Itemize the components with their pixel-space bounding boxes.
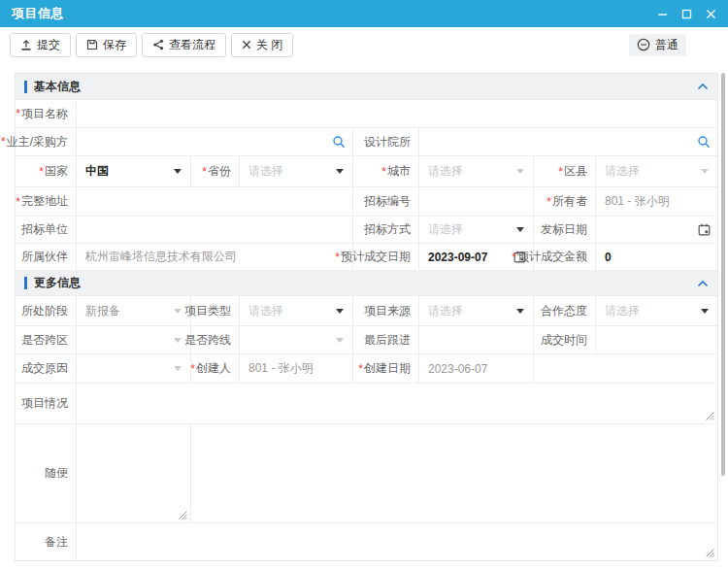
casual-textarea[interactable] xyxy=(76,424,190,522)
remarks-textarea[interactable] xyxy=(76,523,717,560)
project-source-select[interactable]: 请选择 xyxy=(418,296,533,325)
bid-method-select[interactable]: 请选择 xyxy=(418,217,533,243)
resize-grip-icon[interactable] xyxy=(706,412,714,420)
chevron-down-icon xyxy=(336,338,344,343)
field-label-bid-number: 招标编号 xyxy=(352,187,418,216)
window-title: 项目信息 xyxy=(12,5,64,22)
window-titlebar: 项目信息 xyxy=(0,0,728,27)
field-label-district: *区县 xyxy=(533,156,595,186)
view-flow-button[interactable]: 查看流程 xyxy=(142,33,226,57)
save-icon xyxy=(86,39,98,50)
create-date-value: 2023-06-07 xyxy=(418,354,533,383)
chevron-down-icon xyxy=(174,309,182,314)
chevron-down-icon xyxy=(174,338,182,343)
save-button[interactable]: 保存 xyxy=(76,33,137,57)
cross-region-select[interactable] xyxy=(76,326,190,353)
field-label-bid-unit: 招标单位 xyxy=(16,217,76,243)
bid-number-input[interactable] xyxy=(418,187,533,216)
field-label-design-institute: 设计院所 xyxy=(352,128,418,155)
close-icon xyxy=(242,40,251,50)
toolbar: 提交 保存 查看流程 关 闭 普通 xyxy=(0,27,728,62)
resize-grip-icon[interactable] xyxy=(706,549,714,557)
vertical-scrollbar[interactable] xyxy=(721,73,725,476)
chevron-down-icon xyxy=(174,366,182,371)
field-label-project-situation: 项目情况 xyxy=(16,384,76,423)
province-select[interactable]: 请选择 xyxy=(239,156,352,186)
chevron-down-icon xyxy=(174,169,182,174)
field-label-province: *省份 xyxy=(190,156,239,186)
field-label-casual: 随便 xyxy=(16,424,76,522)
field-label-cross-line: 是否跨线 xyxy=(190,326,239,353)
partner-value: 杭州雷峰塔信息技术有限公司 xyxy=(76,244,352,270)
chevron-down-icon xyxy=(336,309,344,314)
project-form: 基本信息 *项目名称 *业主/采购方 设计院所 *国家 中国 *省份 xyxy=(15,73,718,561)
chevron-down-icon xyxy=(336,169,344,174)
owner-purchaser-lookup[interactable] xyxy=(76,128,352,155)
chevron-up-icon[interactable] xyxy=(697,280,709,287)
expected-deal-amount-input[interactable]: 0 xyxy=(595,244,717,270)
field-label-remarks: 备注 xyxy=(16,523,76,560)
search-icon[interactable] xyxy=(697,135,711,149)
chevron-up-icon[interactable] xyxy=(697,83,709,90)
project-situation-textarea[interactable] xyxy=(76,384,717,423)
deal-reason-select[interactable] xyxy=(76,354,190,383)
search-icon[interactable] xyxy=(332,135,346,149)
stage-select[interactable]: 新报备 xyxy=(76,296,190,325)
submit-button[interactable]: 提交 xyxy=(10,33,71,57)
field-label-project-name: *项目名称 xyxy=(16,100,76,127)
field-label-expected-deal-date: *预计成交日期 xyxy=(352,244,418,270)
field-label-creator: *创建人 xyxy=(190,354,239,383)
field-label-owner: *所有者 xyxy=(533,187,595,216)
field-label-bid-method: 招标方式 xyxy=(352,217,418,243)
chevron-down-icon xyxy=(516,169,524,174)
field-label-project-source: 项目来源 xyxy=(352,296,418,325)
field-label-cooperation-attitude: 合作态度 xyxy=(533,296,595,325)
full-address-input[interactable] xyxy=(76,187,352,216)
maximize-icon[interactable] xyxy=(680,8,692,19)
section-accent-bar xyxy=(24,81,27,93)
section-header-basic: 基本信息 xyxy=(16,74,717,99)
minimize-icon[interactable] xyxy=(656,8,668,19)
empty-cell xyxy=(533,354,717,383)
close-window-icon[interactable] xyxy=(705,8,716,19)
resize-grip-icon[interactable] xyxy=(179,511,187,520)
chevron-down-icon xyxy=(701,169,709,174)
last-follow-up-value xyxy=(418,326,533,353)
field-label-last-follow-up: 最后跟进 xyxy=(352,326,418,353)
chevron-down-icon xyxy=(516,309,524,314)
district-select[interactable]: 请选择 xyxy=(595,156,717,186)
field-label-deal-reason: 成交原因 xyxy=(16,354,76,383)
cooperation-attitude-select[interactable]: 请选择 xyxy=(595,296,717,325)
chevron-down-icon xyxy=(701,309,709,314)
field-label-stage: 所处阶段 xyxy=(16,296,76,325)
bid-unit-input[interactable] xyxy=(76,217,352,243)
project-name-input[interactable] xyxy=(76,100,717,127)
field-label-create-date: *创建日期 xyxy=(352,354,418,383)
issue-date-picker[interactable] xyxy=(595,217,717,243)
field-label-expected-deal-amount: *预计成交金额 xyxy=(533,244,595,270)
share-flow-icon xyxy=(152,39,164,50)
field-label-project-type: 项目类型 xyxy=(190,296,239,325)
field-label-owner-purchaser: *业主/采购方 xyxy=(16,128,76,155)
owner-value[interactable]: 801 - 张小明 xyxy=(595,187,717,216)
section-header-more: 更多信息 xyxy=(16,270,717,295)
field-label-cross-region: 是否跨区 xyxy=(16,326,76,353)
cross-line-select[interactable] xyxy=(239,326,352,353)
empty-cell xyxy=(190,424,717,522)
design-institute-lookup[interactable] xyxy=(418,128,717,155)
minus-circle-icon xyxy=(637,38,650,51)
upload-icon xyxy=(20,39,32,50)
calendar-icon[interactable] xyxy=(698,223,711,236)
field-label-city: *城市 xyxy=(352,156,418,186)
close-form-button[interactable]: 关 闭 xyxy=(231,33,293,57)
city-select[interactable]: 请选择 xyxy=(418,156,533,186)
priority-badge[interactable]: 普通 xyxy=(629,34,686,56)
chevron-down-icon xyxy=(516,227,524,232)
field-label-full-address: *完整地址 xyxy=(16,187,76,216)
field-label-issue-date: 发标日期 xyxy=(533,217,595,243)
project-type-select[interactable]: 请选择 xyxy=(239,296,352,325)
deal-time-value xyxy=(595,326,717,353)
country-select[interactable]: 中国 xyxy=(76,156,190,186)
creator-value: 801 - 张小明 xyxy=(239,354,352,383)
field-label-deal-time: 成交时间 xyxy=(533,326,595,353)
